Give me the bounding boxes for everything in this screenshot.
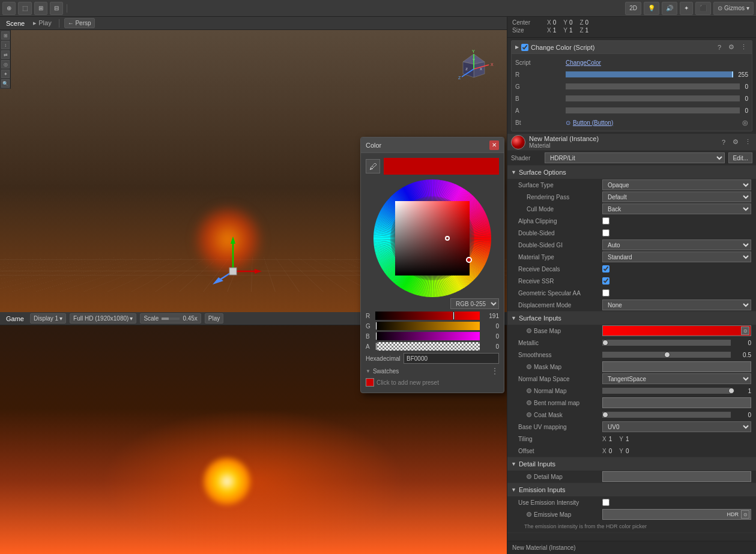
side-icon-5[interactable]: ✦ <box>1 70 10 78</box>
audio-btn[interactable]: 🔊 <box>662 2 677 15</box>
color-dialog-header[interactable]: Color ✕ <box>361 137 504 153</box>
color-wheel-area[interactable] <box>372 178 492 298</box>
alpha-clipping-label: Alpha Clipping <box>516 218 600 224</box>
snap-tool-btn[interactable]: ⊟ <box>50 2 63 15</box>
gizmos-btn[interactable]: ⊙ Gizmos ▾ <box>713 2 754 15</box>
double-sided-check[interactable] <box>602 229 609 236</box>
detail-map-btn[interactable] <box>602 471 751 482</box>
normal-map-slider[interactable] <box>602 388 731 394</box>
select-tool-btn[interactable]: ⬚ <box>18 2 32 15</box>
center-x-val: 0 <box>553 19 557 26</box>
scene-view-btn[interactable]: ⬛ <box>695 2 711 15</box>
nav-cube[interactable]: Y X Z X Y Z <box>453 48 495 90</box>
g-prop-slider[interactable] <box>566 83 740 89</box>
color-square[interactable] <box>395 201 470 275</box>
size-label: Size <box>512 27 542 34</box>
smoothness-slider[interactable] <box>602 352 731 358</box>
surface-inputs-title: Surface Inputs <box>519 315 561 322</box>
a-slider[interactable] <box>375 342 480 351</box>
size-xyz: X 1 Y 1 Z 1 <box>547 27 588 34</box>
bent-normal-btn[interactable] <box>602 397 751 408</box>
g-slider[interactable] <box>375 322 480 330</box>
use-emission-control <box>602 499 751 506</box>
emission-inputs-title: Emission Inputs <box>519 486 566 493</box>
script-overflow-btn[interactable]: ⋮ <box>739 43 748 52</box>
eyedropper-btn[interactable]: 🖊 <box>366 159 380 173</box>
hex-input[interactable] <box>404 353 499 364</box>
side-icon-2[interactable]: ↕ <box>1 41 10 49</box>
color-dialog-close-btn[interactable]: ✕ <box>489 140 499 150</box>
emissive-map-btn[interactable]: HDR ⊙ <box>602 509 751 520</box>
lighting-btn[interactable]: 💡 <box>644 2 659 15</box>
side-icons-panel: ⊞ ↕ ⇄ ◎ ✦ 🔍 <box>0 30 11 89</box>
displacement-mode-select[interactable]: None <box>602 300 751 310</box>
script-settings-btn[interactable]: ⚙ <box>727 43 736 52</box>
a-prop-slider[interactable] <box>566 107 740 113</box>
mask-map-btn[interactable] <box>602 361 751 372</box>
emission-inputs-header[interactable]: ▼ Emission Inputs <box>507 483 756 496</box>
script-enabled-checkbox[interactable] <box>521 44 528 51</box>
g-thumb <box>375 322 377 330</box>
metallic-slider[interactable] <box>602 340 731 346</box>
receive-decals-check[interactable] <box>602 265 609 272</box>
persp-btn[interactable]: ← Persp <box>64 18 95 28</box>
edit-shader-btn[interactable]: Edit... <box>728 152 752 163</box>
material-help-btn[interactable]: ? <box>719 137 728 147</box>
tiling-x-value: 1 <box>609 436 612 442</box>
material-settings-btn[interactable]: ⚙ <box>731 137 740 147</box>
geo-specular-aa-check[interactable] <box>602 289 609 297</box>
coat-mask-slider[interactable] <box>602 412 731 418</box>
transform-tool-btn[interactable]: ⊕ <box>2 2 16 15</box>
g-prop-value: 0 <box>745 83 748 90</box>
play-btn[interactable]: Play <box>205 313 223 324</box>
shader-select[interactable]: HDRP/Lit <box>545 152 725 163</box>
color-mode-select[interactable]: RGB 0-255 <box>450 298 499 309</box>
tab-scene[interactable]: Scene <box>4 20 27 27</box>
cull-mode-select[interactable]: Back <box>602 203 751 214</box>
rect-tool-btn[interactable]: ⊞ <box>34 2 47 15</box>
use-emission-check[interactable] <box>602 499 609 506</box>
base-map-pick-icon[interactable]: ⊙ <box>741 327 749 335</box>
bt-circle-icon: ⊙ <box>566 119 570 126</box>
bt-value[interactable]: Button (Button) <box>573 119 613 126</box>
material-type-select[interactable]: Standard <box>602 251 751 262</box>
persp-label: ← Persp <box>68 20 91 26</box>
b-slider[interactable] <box>375 332 480 340</box>
b-prop-slider[interactable] <box>566 95 740 101</box>
normal-map-space-select[interactable]: TangentSpace <box>602 373 751 384</box>
r-prop-slider[interactable] <box>566 71 733 77</box>
displacement-mode-control: None <box>602 300 751 310</box>
swatch-red[interactable] <box>366 378 374 387</box>
script-help-btn[interactable]: ? <box>715 43 724 52</box>
surface-inputs-header[interactable]: ▼ Surface Inputs <box>507 312 756 325</box>
side-icon-3[interactable]: ⇄ <box>1 50 10 59</box>
tab-game-main[interactable]: Game <box>4 315 26 322</box>
rendering-pass-select[interactable]: Default <box>602 191 751 202</box>
double-sided-gi-select[interactable]: Auto <box>602 239 751 250</box>
display-btn[interactable]: Display 1 ▾ <box>30 313 66 324</box>
swatch-add-btn[interactable]: Click to add new preset <box>376 379 439 386</box>
r-slider[interactable] <box>375 312 480 320</box>
alpha-clipping-check[interactable] <box>602 217 609 224</box>
surface-options-header[interactable]: ▼ Surface Options <box>507 166 756 179</box>
base-map-color-btn[interactable]: ⊙ <box>602 325 751 336</box>
emissive-map-row: Emissive Map HDR ⊙ <box>507 508 756 520</box>
emissive-pick-icon[interactable]: ⊙ <box>741 510 749 519</box>
script-value[interactable]: ChangeColor <box>566 59 601 66</box>
swatches-menu-btn[interactable]: ⋮ <box>491 366 499 376</box>
material-overflow-btn[interactable]: ⋮ <box>743 137 752 147</box>
surface-type-select[interactable]: Opaque <box>602 179 751 190</box>
side-icon-6[interactable]: 🔍 <box>1 79 10 88</box>
side-icon-4[interactable]: ◎ <box>1 60 10 68</box>
fx-btn[interactable]: ✦ <box>680 2 693 15</box>
tab-game[interactable]: ▸ Play <box>31 19 53 27</box>
receive-ssr-check[interactable] <box>602 277 609 285</box>
bt-pick-icon[interactable]: ◎ <box>742 119 748 127</box>
resolution-btn[interactable]: Full HD (1920x1080) ▾ <box>70 313 136 324</box>
swatches-header[interactable]: ▼ Swatches ⋮ <box>366 366 499 376</box>
base-uv-select[interactable]: UV0 <box>602 421 751 432</box>
scene-icon: ⬛ <box>700 5 707 11</box>
2d-btn[interactable]: 2D <box>625 2 641 15</box>
detail-inputs-header[interactable]: ▼ Detail Inputs <box>507 457 756 471</box>
side-icon-1[interactable]: ⊞ <box>1 31 10 40</box>
